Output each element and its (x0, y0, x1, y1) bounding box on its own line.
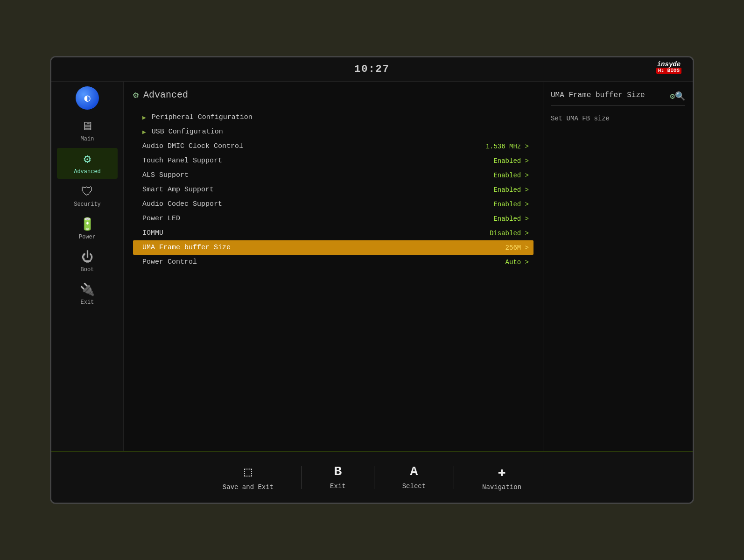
sidebar-label-security: Security (74, 201, 101, 208)
menu-area: ⚙ Advanced ▶ Peripheral Configuration ▶ … (124, 82, 543, 451)
main-icon: 🖥 (81, 119, 93, 134)
item-value: 1.536 MHz > (486, 143, 529, 150)
sidebar-label-power: Power (79, 234, 96, 240)
item-value: Enabled > (493, 157, 529, 165)
top-bar: 10:27 insyde H₂ BIOS (51, 57, 693, 82)
menu-item-smart-amp[interactable]: Smart Amp Support Enabled > (133, 182, 533, 197)
item-label: ALS Support (142, 171, 493, 179)
exit-icon: 🔌 (80, 282, 95, 297)
item-value: 256M > (505, 244, 529, 252)
sidebar-label-advanced: Advanced (74, 168, 101, 175)
item-label: USB Configuration (152, 128, 529, 136)
item-label: UMA Frame buffer Size (142, 244, 505, 252)
item-value: Enabled > (493, 215, 529, 223)
section-title-text: Advanced (143, 90, 188, 100)
sidebar-item-main[interactable]: 🖥 Main (57, 115, 118, 146)
item-label: Peripheral Configuration (152, 113, 529, 121)
h2-badge: H₂ BIOS (656, 68, 681, 74)
item-value: Auto > (505, 259, 529, 266)
help-icon: ⚙🔍 (670, 91, 685, 101)
sidebar-item-security[interactable]: 🛡 Security (57, 181, 118, 211)
item-label: Smart Amp Support (142, 186, 493, 194)
menu-item-usb-config[interactable]: ▶ USB Configuration (133, 125, 533, 139)
boot-icon: ⏻ (81, 250, 93, 265)
menu-item-power-led[interactable]: Power LED Enabled > (133, 211, 533, 226)
menu-item-iommu[interactable]: IOMMU Disabled > (133, 226, 533, 240)
brand-logo: ◐ (76, 86, 99, 110)
section-icon: ⚙ (133, 89, 139, 101)
menu-item-audio-codec[interactable]: Audio Codec Support Enabled > (133, 197, 533, 211)
divider-3 (454, 466, 454, 489)
advanced-icon: ⚙ (84, 152, 91, 167)
sidebar-item-boot[interactable]: ⏻ Boot (57, 246, 118, 277)
item-label: Touch Panel Support (142, 157, 493, 165)
power-icon: 🔋 (80, 217, 95, 232)
item-value: Enabled > (493, 186, 529, 194)
menu-item-uma-frame[interactable]: UMA Frame buffer Size 256M > (133, 240, 533, 255)
item-value: Enabled > (493, 201, 529, 208)
save-exit-label: Save and Exit (223, 483, 274, 491)
exit-btn-icon: B (334, 464, 342, 479)
item-value: Disabled > (490, 230, 529, 237)
navigation-btn-icon: ✚ (498, 464, 506, 480)
item-label: Power Control (142, 258, 505, 266)
menu-item-peripheral-config[interactable]: ▶ Peripheral Configuration (133, 110, 533, 125)
navigation-label: Navigation (482, 483, 521, 491)
clock-display: 10:27 (354, 63, 390, 75)
sidebar-item-exit[interactable]: 🔌 Exit (57, 279, 118, 309)
menu-item-power-control[interactable]: Power Control Auto > (133, 255, 533, 269)
help-title-text: UMA Frame buffer Size (551, 91, 645, 99)
security-icon: 🛡 (81, 184, 93, 199)
bios-screen: 10:27 insyde H₂ BIOS ◐ 🖥 Main ⚙ Advanced… (50, 56, 694, 504)
menu-item-audio-dmic[interactable]: Audio DMIC Clock Control 1.536 MHz > (133, 139, 533, 154)
sidebar-label-boot: Boot (81, 266, 94, 273)
exit-label: Exit (330, 483, 346, 490)
select-btn-icon: A (410, 464, 418, 479)
arrow-icon: ▶ (142, 114, 146, 121)
divider-1 (302, 466, 302, 489)
exit-action[interactable]: B Exit (330, 464, 346, 490)
item-label: IOMMU (142, 229, 490, 237)
navigation-action[interactable]: ✚ Navigation (482, 464, 521, 491)
menu-item-als-support[interactable]: ALS Support Enabled > (133, 168, 533, 182)
main-area: ◐ 🖥 Main ⚙ Advanced 🛡 Security 🔋 Power ⏻… (51, 82, 693, 451)
sidebar-item-advanced[interactable]: ⚙ Advanced (57, 148, 118, 179)
divider-2 (374, 466, 374, 489)
save-exit-action[interactable]: ⬚ Save and Exit (223, 464, 274, 491)
select-label: Select (402, 483, 426, 490)
bottom-bar: ⬚ Save and Exit B Exit A Select ✚ Naviga… (51, 451, 693, 503)
sidebar-item-power[interactable]: 🔋 Power (57, 213, 118, 244)
item-label: Power LED (142, 215, 493, 223)
item-label: Audio Codec Support (142, 200, 493, 208)
arrow-icon: ▶ (142, 128, 146, 136)
section-title: ⚙ Advanced (133, 89, 533, 101)
help-title: UMA Frame buffer Size ⚙🔍 (551, 91, 685, 105)
save-exit-icon: ⬚ (244, 464, 252, 480)
sidebar-label-exit: Exit (81, 299, 94, 306)
insyde-text: insyde (657, 61, 681, 68)
item-label: Audio DMIC Clock Control (142, 142, 486, 150)
sidebar: ◐ 🖥 Main ⚙ Advanced 🛡 Security 🔋 Power ⏻… (51, 82, 124, 451)
help-area: UMA Frame buffer Size ⚙🔍 Set UMA FB size (543, 82, 693, 451)
select-action[interactable]: A Select (402, 464, 426, 490)
sidebar-label-main: Main (81, 136, 94, 142)
content-pane: ⚙ Advanced ▶ Peripheral Configuration ▶ … (124, 82, 693, 451)
help-description: Set UMA FB size (551, 114, 685, 124)
item-value: Enabled > (493, 172, 529, 179)
menu-item-touch-panel[interactable]: Touch Panel Support Enabled > (133, 154, 533, 168)
bios-logo: insyde H₂ BIOS (656, 61, 681, 74)
